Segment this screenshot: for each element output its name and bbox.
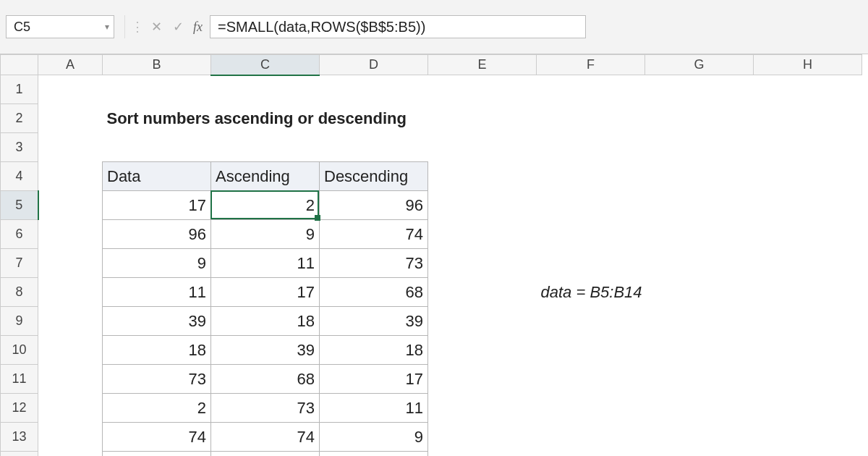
confirm-formula-button[interactable]: ✓ <box>167 16 189 38</box>
cell-G13[interactable] <box>645 423 754 452</box>
cell-C9[interactable]: 18 <box>211 307 320 336</box>
cell-C7[interactable]: 11 <box>211 249 320 278</box>
cell-A6[interactable] <box>38 220 103 249</box>
cell-B14[interactable]: 68 <box>103 452 211 457</box>
cell-A5[interactable] <box>38 191 103 220</box>
cell-H9[interactable] <box>754 307 862 336</box>
cell-H7[interactable] <box>754 249 862 278</box>
column-header-A[interactable]: A <box>38 55 103 75</box>
cell-B13[interactable]: 74 <box>103 423 211 452</box>
cell-F1[interactable] <box>537 75 645 104</box>
cell-E8[interactable] <box>428 278 537 307</box>
cell-E6[interactable] <box>428 220 537 249</box>
cell-G2[interactable] <box>645 104 754 133</box>
cell-A12[interactable] <box>38 394 103 423</box>
cell-E14[interactable] <box>428 452 537 457</box>
row-header-8[interactable]: 8 <box>1 278 38 307</box>
cell-A14[interactable] <box>38 452 103 457</box>
worksheet-grid[interactable]: ABCDEFGH 12Sort numbers ascending or des… <box>0 54 868 456</box>
cell-F6[interactable] <box>537 220 645 249</box>
cell-G6[interactable] <box>645 220 754 249</box>
cell-H10[interactable] <box>754 336 862 365</box>
cell-D11[interactable]: 17 <box>320 365 428 394</box>
cancel-formula-button[interactable]: ✕ <box>145 16 167 38</box>
cell-H11[interactable] <box>754 365 862 394</box>
cell-G1[interactable] <box>645 75 754 104</box>
row-header-7[interactable]: 7 <box>1 249 38 278</box>
cell-F3[interactable] <box>537 133 645 162</box>
cell-E12[interactable] <box>428 394 537 423</box>
cell-A8[interactable] <box>38 278 103 307</box>
row-header-5[interactable]: 5 <box>1 191 38 220</box>
cell-D10[interactable]: 18 <box>320 336 428 365</box>
cell-E10[interactable] <box>428 336 537 365</box>
cell-D4[interactable]: Descending <box>320 162 428 191</box>
cell-D5[interactable]: 96 <box>320 191 428 220</box>
cell-A2[interactable] <box>38 104 103 133</box>
cell-H2[interactable] <box>754 104 862 133</box>
cell-F5[interactable] <box>537 191 645 220</box>
cell-C1[interactable] <box>211 75 320 104</box>
cell-C13[interactable]: 74 <box>211 423 320 452</box>
column-header-D[interactable]: D <box>320 55 428 75</box>
cell-E4[interactable] <box>428 162 537 191</box>
cell-B12[interactable]: 2 <box>103 394 211 423</box>
cell-H8[interactable] <box>754 278 862 307</box>
cell-G12[interactable] <box>645 394 754 423</box>
cell-H6[interactable] <box>754 220 862 249</box>
formula-input[interactable]: =SMALL(data,ROWS($B$5:B5)) <box>210 15 586 38</box>
cell-B6[interactable]: 96 <box>103 220 211 249</box>
cell-D3[interactable] <box>320 133 428 162</box>
cell-C5[interactable]: 2 <box>211 191 320 220</box>
row-header-3[interactable]: 3 <box>1 133 38 162</box>
cell-F11[interactable] <box>537 365 645 394</box>
cell-C8[interactable]: 17 <box>211 278 320 307</box>
cell-F14[interactable] <box>537 452 645 457</box>
cell-E7[interactable] <box>428 249 537 278</box>
row-header-4[interactable]: 4 <box>1 162 38 191</box>
cell-H4[interactable] <box>754 162 862 191</box>
cell-B8[interactable]: 11 <box>103 278 211 307</box>
cell-E1[interactable] <box>428 75 537 104</box>
row-header-2[interactable]: 2 <box>1 104 38 133</box>
cell-D14[interactable]: 2 <box>320 452 428 457</box>
cell-C12[interactable]: 73 <box>211 394 320 423</box>
cell-B5[interactable]: 17 <box>103 191 211 220</box>
cell-H12[interactable] <box>754 394 862 423</box>
cell-D6[interactable]: 74 <box>320 220 428 249</box>
cell-F13[interactable] <box>537 423 645 452</box>
cell-C10[interactable]: 39 <box>211 336 320 365</box>
cell-G9[interactable] <box>645 307 754 336</box>
cell-A3[interactable] <box>38 133 103 162</box>
cell-D13[interactable]: 9 <box>320 423 428 452</box>
cell-B3[interactable] <box>103 133 211 162</box>
cell-B11[interactable]: 73 <box>103 365 211 394</box>
cell-H3[interactable] <box>754 133 862 162</box>
row-header-6[interactable]: 6 <box>1 220 38 249</box>
row-header-10[interactable]: 10 <box>1 336 38 365</box>
cell-H5[interactable] <box>754 191 862 220</box>
cell-G7[interactable] <box>645 249 754 278</box>
cell-F7[interactable] <box>537 249 645 278</box>
cell-H14[interactable] <box>754 452 862 457</box>
cell-C14[interactable]: 96 <box>211 452 320 457</box>
row-header-1[interactable]: 1 <box>1 75 38 104</box>
name-box-dropdown-icon[interactable]: ▾ <box>98 22 116 32</box>
cell-C11[interactable]: 68 <box>211 365 320 394</box>
column-header-G[interactable]: G <box>645 55 754 75</box>
cell-A11[interactable] <box>38 365 103 394</box>
cell-H13[interactable] <box>754 423 862 452</box>
cell-E9[interactable] <box>428 307 537 336</box>
cell-B2[interactable]: Sort numbers ascending or descending <box>103 104 537 133</box>
cell-D12[interactable]: 11 <box>320 394 428 423</box>
column-header-B[interactable]: B <box>103 55 211 75</box>
cell-A13[interactable] <box>38 423 103 452</box>
cell-H1[interactable] <box>754 75 862 104</box>
cell-D7[interactable]: 73 <box>320 249 428 278</box>
cell-E5[interactable] <box>428 191 537 220</box>
cell-C6[interactable]: 9 <box>211 220 320 249</box>
row-header-13[interactable]: 13 <box>1 423 38 452</box>
fx-icon[interactable]: fx <box>193 20 203 35</box>
cell-B4[interactable]: Data <box>103 162 211 191</box>
select-all-corner[interactable] <box>1 55 38 75</box>
